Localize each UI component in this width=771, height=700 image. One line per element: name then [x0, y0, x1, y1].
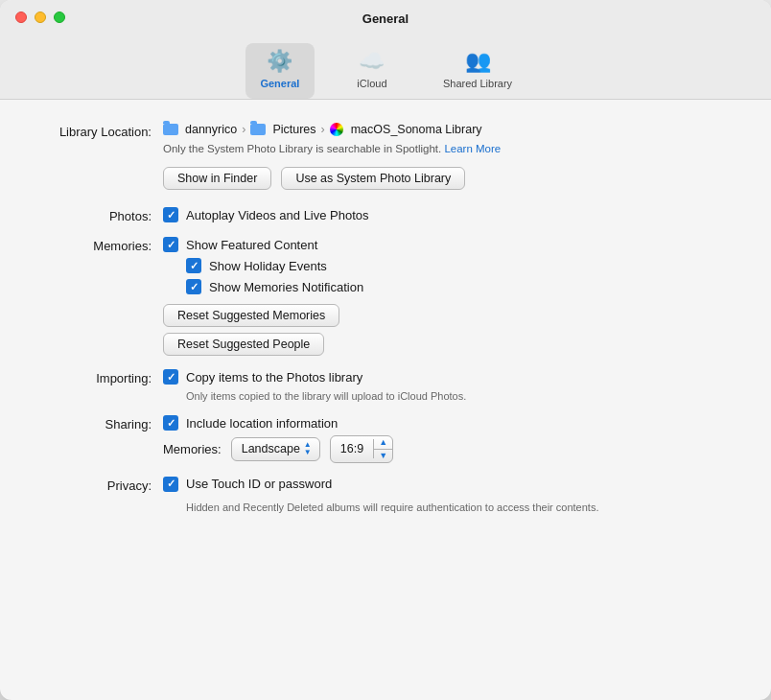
- content-area: Library Location: dannyrico › Pictures ›…: [0, 100, 771, 700]
- toolbar: ⚙️ General ☁️ iCloud 👥 Shared Library: [245, 35, 526, 99]
- folder-icon-dannyrico: [163, 124, 178, 135]
- featured-content-label: Show Featured Content: [186, 238, 317, 252]
- copy-items-label: Copy items to the Photos library: [186, 370, 362, 385]
- tab-icloud-label: iCloud: [357, 78, 386, 89]
- gear-icon: ⚙️: [267, 49, 292, 74]
- breadcrumb-pictures: Pictures: [272, 123, 315, 136]
- touch-id-checkbox[interactable]: [163, 477, 178, 492]
- landscape-select[interactable]: Landscape ▲ ▼: [231, 437, 320, 462]
- library-location-row: Library Location: dannyrico › Pictures ›…: [38, 123, 733, 194]
- reset-suggested-memories-button[interactable]: Reset Suggested Memories: [163, 304, 339, 327]
- autoplay-checkbox-row: Autoplay Videos and Live Photos: [163, 207, 733, 222]
- photos-content: Autoplay Videos and Live Photos: [163, 207, 733, 222]
- landscape-value: Landscape: [242, 442, 300, 455]
- memories-notification-label: Show Memories Notification: [209, 280, 363, 294]
- memories-format-label: Memories:: [163, 442, 222, 456]
- autoplay-label: Autoplay Videos and Live Photos: [186, 208, 369, 222]
- featured-content-checkbox[interactable]: [163, 237, 178, 252]
- breadcrumb: dannyrico › Pictures › macOS_Sonoma Libr…: [163, 123, 733, 136]
- holiday-events-row: Show Holiday Events: [186, 258, 733, 273]
- use-as-system-button[interactable]: Use as System Photo Library: [281, 167, 465, 190]
- touch-id-row: Use Touch ID or password: [163, 477, 733, 492]
- memories-label: Memories:: [38, 237, 163, 253]
- featured-content-row: Show Featured Content: [163, 237, 733, 252]
- copy-items-checkbox[interactable]: [163, 369, 178, 385]
- library-location-label: Library Location:: [38, 123, 163, 139]
- stepper-buttons: ▲ ▼: [374, 436, 392, 462]
- sharing-content: Include location information Memories: L…: [163, 415, 733, 463]
- memories-notification-row: Show Memories Notification: [186, 279, 733, 294]
- memories-content: Show Featured Content Show Holiday Event…: [163, 237, 733, 356]
- show-in-finder-button[interactable]: Show in Finder: [163, 167, 271, 190]
- autoplay-checkbox[interactable]: [163, 207, 178, 222]
- breadcrumb-library: macOS_Sonoma Library: [351, 123, 482, 136]
- learn-more-link[interactable]: Learn More: [444, 143, 501, 154]
- importing-content: Copy items to the Photos library Only it…: [163, 369, 733, 402]
- privacy-label: Privacy:: [38, 477, 163, 493]
- preferences-window: General ⚙️ General ☁️ iCloud 👥 Shared Li…: [0, 0, 771, 700]
- shared-library-icon: 👥: [465, 49, 491, 74]
- copy-items-row: Copy items to the Photos library: [163, 369, 733, 385]
- folder-icon-pictures: [250, 124, 266, 135]
- memories-format-row: Memories: Landscape ▲ ▼ 16:9 ▲ ▼: [163, 435, 733, 463]
- spotlight-text: Only the System Photo Library is searcha…: [163, 143, 733, 154]
- memories-row: Memories: Show Featured Content Show Hol…: [38, 237, 733, 356]
- tab-general[interactable]: ⚙️ General: [245, 43, 315, 99]
- photos-app-icon: [330, 123, 343, 136]
- privacy-content: Use Touch ID or password Hidden and Rece…: [163, 477, 733, 516]
- touch-id-label: Use Touch ID or password: [186, 477, 332, 491]
- aspect-ratio-stepper[interactable]: 16:9 ▲ ▼: [330, 435, 393, 463]
- library-buttons: Show in Finder Use as System Photo Libra…: [163, 167, 733, 190]
- stepper-up-button[interactable]: ▲: [374, 436, 392, 450]
- touch-id-subtext: Hidden and Recently Deleted albums will …: [186, 500, 627, 516]
- include-location-row: Include location information: [163, 415, 733, 431]
- icloud-icon: ☁️: [359, 49, 385, 74]
- tab-icloud[interactable]: ☁️ iCloud: [338, 43, 407, 99]
- copy-items-subtext: Only items copied to the library will up…: [186, 390, 733, 402]
- memories-notification-checkbox[interactable]: [186, 279, 201, 294]
- photos-label: Photos:: [38, 207, 163, 223]
- include-location-label: Include location information: [186, 416, 338, 431]
- importing-label: Importing:: [38, 369, 163, 385]
- photos-row: Photos: Autoplay Videos and Live Photos: [38, 207, 733, 223]
- privacy-row: Privacy: Use Touch ID or password Hidden…: [38, 477, 733, 516]
- library-location-content: dannyrico › Pictures › macOS_Sonoma Libr…: [163, 123, 733, 194]
- window-title: General: [15, 12, 756, 26]
- breadcrumb-dannyrico: dannyrico: [185, 123, 237, 136]
- stepper-down-button[interactable]: ▼: [374, 450, 392, 462]
- tab-general-label: General: [260, 78, 299, 89]
- include-location-checkbox[interactable]: [163, 415, 178, 431]
- holiday-events-checkbox[interactable]: [186, 258, 201, 273]
- reset-suggested-people-button[interactable]: Reset Suggested People: [163, 333, 324, 356]
- aspect-ratio-value: 16:9: [331, 439, 374, 458]
- holiday-events-label: Show Holiday Events: [209, 259, 327, 273]
- tab-shared-library-label: Shared Library: [443, 78, 512, 89]
- sharing-row: Sharing: Include location information Me…: [38, 415, 733, 463]
- sharing-label: Sharing:: [38, 415, 163, 432]
- titlebar: General ⚙️ General ☁️ iCloud 👥 Shared Li…: [0, 0, 771, 100]
- landscape-arrows: ▲ ▼: [304, 441, 312, 458]
- importing-row: Importing: Copy items to the Photos libr…: [38, 369, 733, 402]
- tab-shared-library[interactable]: 👥 Shared Library: [430, 43, 526, 99]
